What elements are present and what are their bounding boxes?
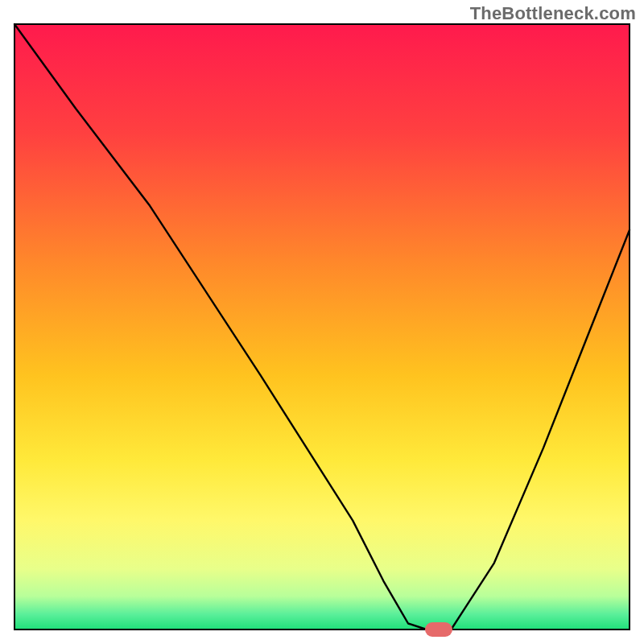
gradient-background bbox=[14, 24, 630, 630]
bottleneck-chart bbox=[0, 0, 644, 644]
watermark-text: TheBottleneck.com bbox=[470, 3, 636, 24]
minimum-marker bbox=[425, 622, 452, 637]
chart-container: TheBottleneck.com bbox=[0, 0, 644, 644]
